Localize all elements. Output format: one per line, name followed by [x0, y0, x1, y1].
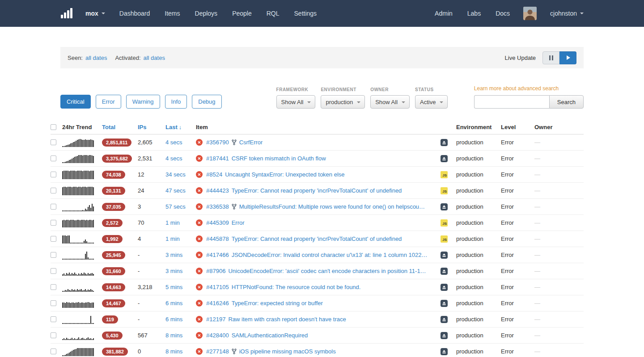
nav-item-labs[interactable]: Labs: [467, 10, 481, 17]
advanced-search-link[interactable]: Learn more about advanced search: [474, 85, 559, 92]
ips-cell: 4: [136, 235, 161, 242]
last-seen-link[interactable]: 1 min: [165, 235, 180, 242]
item-link[interactable]: #416246TypeError: expected string or buf…: [206, 300, 437, 307]
item-link[interactable]: #336538MultipleResultsFound: Multiple ro…: [206, 203, 437, 210]
play-button[interactable]: [559, 51, 576, 64]
nav-item-settings[interactable]: Settings: [294, 10, 317, 17]
error-status-icon: ✕: [196, 348, 203, 355]
total-count-badge: 20,131: [102, 187, 125, 195]
project-switcher[interactable]: mox: [85, 10, 105, 17]
severity-button-debug[interactable]: Debug: [192, 95, 221, 109]
last-seen-link[interactable]: 34 secs: [165, 171, 186, 178]
last-seen-link[interactable]: 57 secs: [165, 203, 186, 210]
nav-item-dashboard[interactable]: Dashboard: [119, 10, 150, 17]
nav-item-docs[interactable]: Docs: [496, 10, 510, 17]
last-seen-link[interactable]: 3 mins: [165, 252, 182, 258]
filter-select-environment[interactable]: production: [321, 95, 365, 109]
row-checkbox[interactable]: [51, 155, 56, 161]
row-checkbox[interactable]: [51, 139, 56, 145]
seen-all-dates-link[interactable]: all dates: [85, 55, 107, 61]
row-checkbox[interactable]: [51, 268, 56, 274]
total-count-badge: 3,375,682: [102, 155, 132, 163]
last-seen-link[interactable]: 8 mins: [165, 332, 182, 339]
nav-item-rql[interactable]: RQL: [267, 10, 280, 17]
nav-item-deploys[interactable]: Deploys: [195, 10, 218, 17]
row-checkbox[interactable]: [51, 284, 56, 290]
item-link[interactable]: #356790CsrfError: [206, 139, 437, 146]
search-input[interactable]: [474, 95, 549, 109]
header-label-ips[interactable]: IPs: [138, 124, 147, 130]
filter-select-status[interactable]: Active: [415, 95, 448, 109]
spark-bar: [84, 187, 85, 195]
row-checkbox[interactable]: [51, 316, 56, 322]
spark-bar: [74, 290, 75, 292]
fork-icon: [232, 204, 237, 210]
rollbar-logo[interactable]: [60, 8, 74, 19]
spark-bar: [90, 220, 91, 227]
item-link[interactable]: #187441CSRF token mismatch in OAuth flow: [206, 155, 437, 162]
row-checkbox[interactable]: [51, 332, 56, 338]
last-seen-link[interactable]: 1 min: [165, 219, 180, 226]
item-link[interactable]: #444423TypeError: Cannot read property '…: [206, 187, 437, 194]
last-seen-link[interactable]: 5 mins: [165, 284, 182, 290]
item-id: #336538: [206, 203, 229, 210]
activated-all-dates-link[interactable]: all dates: [144, 55, 165, 61]
spark-bar: [74, 171, 75, 179]
row-checkbox[interactable]: [51, 172, 56, 177]
item-link[interactable]: #12197Raw item with crash report doesn't…: [206, 316, 437, 323]
severity-button-warning[interactable]: Warning: [126, 95, 160, 109]
item-link[interactable]: #277148iOS pipeline missing macOS symbol…: [206, 348, 437, 355]
item-link[interactable]: #417466JSONDecodeError: Invalid control …: [206, 252, 437, 258]
filter-select-framework[interactable]: Show All: [276, 95, 316, 109]
spark-bar: [77, 259, 78, 260]
item-link[interactable]: #445878TypeError: Cannot read property '…: [206, 235, 437, 242]
spark-bar: [70, 352, 71, 356]
severity-button-critical[interactable]: Critical: [60, 95, 91, 109]
nav-item-people[interactable]: People: [232, 10, 252, 17]
spark-bar: [88, 257, 89, 260]
item-link[interactable]: #8524Uncaught SyntaxError: Unexpected to…: [206, 171, 437, 178]
item-link[interactable]: #428400SAMLAuthenticationRequired: [206, 332, 437, 339]
environment-value: production: [456, 348, 483, 355]
last-cell: 8 mins: [161, 348, 195, 355]
row-checkbox[interactable]: [51, 204, 56, 210]
spark-bar: [78, 220, 79, 227]
spark-bar: [64, 187, 64, 195]
last-seen-link[interactable]: 8 mins: [165, 348, 182, 355]
environment-value: production: [456, 332, 483, 339]
item-link[interactable]: #445309Error: [206, 219, 437, 226]
row-checkbox[interactable]: [51, 220, 56, 226]
row-checkbox[interactable]: [51, 188, 56, 193]
nav-item-items[interactable]: Items: [165, 10, 180, 17]
row-checkbox[interactable]: [51, 236, 56, 242]
spark-bar: [70, 160, 71, 163]
nav-item-admin[interactable]: Admin: [435, 10, 453, 17]
user-menu[interactable]: cjohnston: [550, 10, 584, 17]
item-link[interactable]: #87906UnicodeEncodeError: 'ascii' codec …: [206, 268, 437, 274]
filter-select-owner[interactable]: Show All: [370, 95, 410, 109]
trend-cell: [62, 315, 97, 324]
last-seen-link[interactable]: 6 mins: [165, 300, 182, 307]
search-button[interactable]: Search: [549, 95, 584, 109]
severity-button-error[interactable]: Error: [96, 95, 121, 109]
last-seen-link[interactable]: 4 secs: [165, 139, 182, 146]
item-link[interactable]: #417105HTTPNotFound: The resource could …: [206, 284, 437, 290]
last-seen-link[interactable]: 4 secs: [165, 155, 182, 162]
header-label-last[interactable]: Last: [165, 124, 178, 130]
spark-bar: [69, 220, 70, 227]
item-title: TypeError: Cannot read property 'incrPre…: [232, 235, 402, 242]
row-checkbox[interactable]: [51, 349, 56, 354]
date-filters: Seen: all dates Activated: all dates: [68, 55, 165, 61]
select-all-checkbox[interactable]: [51, 124, 56, 130]
user-avatar[interactable]: [523, 7, 537, 20]
row-checkbox[interactable]: [51, 300, 56, 306]
live-update-label: Live Update: [505, 55, 536, 61]
severity-button-info[interactable]: Info: [165, 95, 187, 109]
pause-button[interactable]: [542, 51, 559, 64]
last-seen-link[interactable]: 6 mins: [165, 316, 182, 323]
row-checkbox[interactable]: [51, 252, 56, 258]
header-label-total[interactable]: Total: [102, 124, 115, 130]
checkbox-cell: [51, 300, 62, 306]
last-seen-link[interactable]: 47 secs: [165, 187, 186, 194]
last-seen-link[interactable]: 3 mins: [165, 268, 182, 274]
